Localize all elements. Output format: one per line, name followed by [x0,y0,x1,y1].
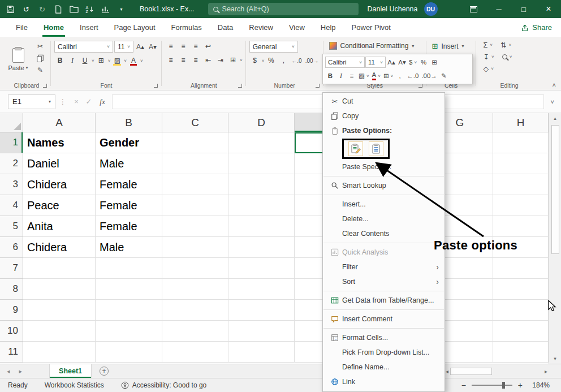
cell-D9[interactable] [228,300,295,321]
dropdown-icon[interactable]: ˅ [240,58,243,63]
tab-view[interactable]: View [281,18,313,37]
find-select-button[interactable]: ˅ [498,53,516,61]
avatar[interactable]: DU [424,2,438,16]
scroll-up-icon[interactable]: ▴ [549,113,561,123]
minimize-button[interactable]: ─ [486,0,511,18]
percent-style-button[interactable]: % [418,57,429,68]
alignment-dialog-launcher[interactable] [238,84,242,88]
tab-insert[interactable]: Insert [72,18,106,37]
font-size-select[interactable]: 11˅ [114,41,133,53]
cell-A11[interactable] [23,342,96,363]
cell-A7[interactable] [23,258,96,279]
increase-font-size-button[interactable]: A▴ [135,41,146,53]
number-dialog-launcher[interactable] [316,84,320,88]
clipboard-dialog-launcher[interactable] [43,84,47,88]
row-header-2[interactable]: 2 [0,153,23,174]
cell-H10[interactable] [493,321,549,342]
cell-C1[interactable] [162,132,228,153]
wrap-text-button[interactable]: ↩ [202,41,214,52]
tab-help[interactable]: Help [313,18,344,37]
cell-B6[interactable]: Male [96,237,162,258]
styles-dialog-launcher[interactable] [418,84,422,88]
cell-D10[interactable] [228,321,295,342]
tab-review[interactable]: Review [241,18,281,37]
share-button[interactable]: Share [521,23,561,32]
align-left-button[interactable]: ≡ [165,54,176,66]
copy-button[interactable] [34,53,46,63]
cell-B4[interactable]: Female [96,195,162,216]
new-sheet-button[interactable]: + [100,364,109,378]
cell-D2[interactable] [228,153,295,174]
autosum-button[interactable]: Σ˅ [480,40,497,50]
menu-item-filter[interactable]: Filter› [323,260,445,274]
cell-D4[interactable] [228,195,295,216]
cell-B11[interactable] [96,342,162,363]
menu-item-paste-options[interactable]: Paste Options: [323,123,445,138]
dropdown-icon[interactable]: ˅ [262,58,265,63]
row-header-6[interactable]: 6 [0,237,23,258]
cell-D5[interactable] [228,216,295,237]
ribbon-display-options-icon[interactable] [470,6,477,12]
borders-button[interactable]: ⊞˅ [382,70,394,81]
cell-C9[interactable] [162,300,228,321]
increase-indent-button[interactable]: ⇥ [215,54,226,66]
cell-A8[interactable] [23,279,96,300]
align-middle-button[interactable]: ≡ [178,41,189,52]
cell-H11[interactable] [493,342,549,363]
expand-formula-bar-icon[interactable]: ˅ [547,98,558,105]
cell-B7[interactable] [96,258,162,279]
name-box-dropdown-icon[interactable]: ▾ [49,99,51,104]
dropdown-icon[interactable]: ˅ [92,58,94,63]
cell-D3[interactable] [228,174,295,195]
menu-item-smart-lookup[interactable]: Smart Lookup [323,178,445,193]
cell-A1[interactable]: Names [23,132,96,153]
font-name-select[interactable]: Calibri˅ [325,57,365,68]
align-center-button[interactable]: ≡ [347,70,357,81]
zoom-level[interactable]: 184% [528,381,550,389]
fill-button[interactable]: ↧˅ [480,51,498,62]
cell-B2[interactable]: Male [96,153,162,174]
cell-A4[interactable]: Peace [23,195,96,216]
cell-B9[interactable] [96,300,162,321]
cell-B3[interactable]: Female [96,174,162,195]
column-header-C[interactable]: C [162,113,228,132]
accessibility-status[interactable]: Accessibility: Good to go [121,381,206,389]
sort-filter-button[interactable]: ⇅˅ [497,40,515,50]
align-bottom-button[interactable]: ≡ [190,41,201,52]
menu-item-clear-contents[interactable]: Clear Contents [323,226,445,241]
row-header-7[interactable]: 7 [0,258,23,279]
horizontal-scrollbar-thumb[interactable] [450,368,492,375]
vertical-scrollbar-thumb[interactable] [551,125,559,254]
menu-item-copy[interactable]: Copy [323,109,445,123]
tab-formulas[interactable]: Formulas [163,18,210,37]
zoom-out-button[interactable]: − [461,381,466,390]
cell-B10[interactable] [96,321,162,342]
align-right-button[interactable]: ≡ [190,54,201,66]
cell-D8[interactable] [228,279,295,300]
cell-H8[interactable] [493,279,549,300]
search-input[interactable] [222,5,341,13]
cell-A2[interactable]: Daniel [23,153,96,174]
row-header-5[interactable]: 5 [0,216,23,237]
cell-D1[interactable] [228,132,295,153]
menu-item-insert[interactable]: Insert... [323,197,445,212]
cell-C4[interactable] [162,195,228,216]
comma-style-button[interactable]: , [278,55,289,66]
conditional-formatting-button[interactable]: Conditional Formatting ▾ [327,38,423,50]
format-painter-button[interactable]: ✎ [439,70,449,81]
cell-H9[interactable] [493,300,549,321]
menu-item-pick-from-drop-down-list[interactable]: Pick From Drop-down List... [323,345,445,360]
bold-button[interactable]: B [54,55,66,66]
scroll-left-icon[interactable]: ◂ [446,368,448,374]
previous-sheet-icon[interactable]: ◂ [7,368,10,375]
underline-button[interactable]: U [79,55,90,66]
cell-H4[interactable] [493,195,549,216]
dropdown-icon[interactable]: ˅ [124,58,127,63]
customize-qat-dropdown-icon[interactable]: ▾ [116,5,126,14]
cell-C2[interactable] [162,153,228,174]
cell-B8[interactable] [96,279,162,300]
row-header-8[interactable]: 8 [0,279,23,300]
chart-button[interactable] [101,5,110,14]
sort-az-button[interactable]: AZ [85,5,94,14]
collapse-ribbon-icon[interactable]: ˄ [553,81,556,88]
